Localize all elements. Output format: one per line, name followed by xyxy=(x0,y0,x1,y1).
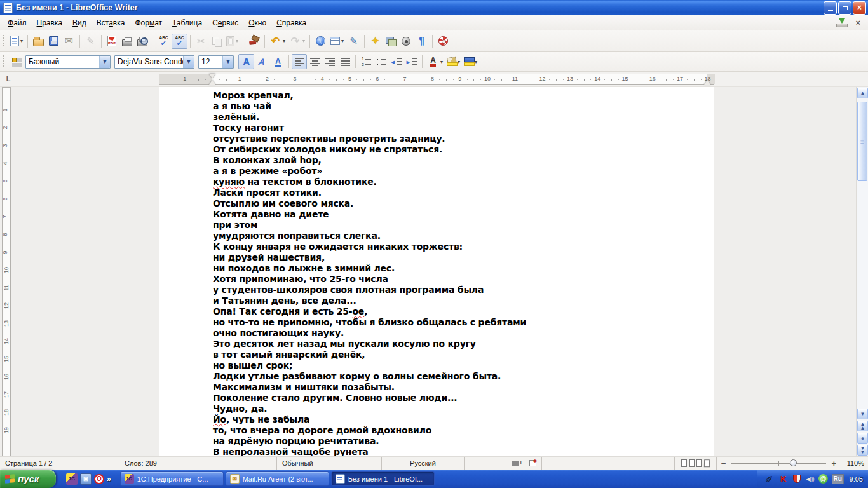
chevron-down-icon[interactable]: ▾ xyxy=(341,38,344,44)
taskbar-button[interactable]: 1С1С:Предприятие - С... xyxy=(120,471,224,486)
word-count-field[interactable]: Слов: 289 xyxy=(119,457,277,470)
chevron-down-icon[interactable]: ▼ xyxy=(222,56,233,68)
multi-page-view-button[interactable] xyxy=(689,459,695,467)
chevron-down-icon[interactable]: ▾ xyxy=(302,38,305,44)
chevron-down-icon[interactable]: ▾ xyxy=(236,38,238,44)
menu-Вид[interactable]: Вид xyxy=(67,17,92,29)
1c-enterprise-icon[interactable]: 1С xyxy=(66,473,78,485)
kaspersky-icon[interactable]: K xyxy=(778,474,789,484)
insert-table-button[interactable]: ▾ xyxy=(328,34,346,49)
open-button[interactable] xyxy=(31,34,46,49)
hyperlink-button[interactable] xyxy=(313,34,328,49)
taskbar-button[interactable]: Без имени 1 - LibreOf... xyxy=(331,471,435,486)
font-color-button[interactable]: ▾ xyxy=(425,54,445,69)
close-document-icon[interactable]: × xyxy=(855,18,860,27)
chevron-down-icon[interactable]: ▼ xyxy=(99,56,110,68)
styles-and-formatting-button[interactable] xyxy=(8,54,24,69)
quick-launch-overflow-button[interactable]: » xyxy=(107,475,111,484)
navigation-button[interactable]: ● xyxy=(857,433,868,444)
zoom-in-button[interactable]: + xyxy=(831,459,836,468)
zoom-level-value[interactable]: 110% xyxy=(840,459,868,467)
horizontal-ruler[interactable]: 1123456789101112131415161718 xyxy=(159,74,714,85)
export-pdf-button[interactable] xyxy=(104,34,119,49)
taskbar-button[interactable]: ✉Mail.Ru Агент (2 вкл... xyxy=(226,471,329,486)
antivirus-shield-icon[interactable] xyxy=(792,474,802,484)
menu-Вставка[interactable]: Вставка xyxy=(92,17,130,29)
zoom-slider[interactable] xyxy=(731,463,826,464)
zoom-out-button[interactable]: − xyxy=(721,459,726,468)
scroll-down-button[interactable]: ▼ xyxy=(857,409,868,419)
undo-button[interactable]: ▾ xyxy=(268,34,287,49)
page-style-field[interactable]: Обычный xyxy=(277,457,382,470)
numbered-list-button[interactable] xyxy=(358,54,374,69)
pen-tablet-icon[interactable]: ✎ xyxy=(765,474,775,484)
scrollbar-thumb[interactable] xyxy=(857,102,867,181)
restore-button[interactable] xyxy=(838,1,851,15)
paragraph-style-combo[interactable]: Базовый ▼ xyxy=(25,55,111,69)
menu-Окно[interactable]: Окно xyxy=(243,17,271,29)
highlighting-button[interactable]: ▾ xyxy=(445,54,462,69)
chevron-down-icon[interactable]: ▾ xyxy=(475,59,477,65)
menu-Сервис[interactable]: Сервис xyxy=(207,17,243,29)
toolbar-drag-handle[interactable] xyxy=(3,35,6,48)
scrollbar-track[interactable] xyxy=(857,99,867,408)
bold-button[interactable] xyxy=(238,54,254,69)
indent-marker[interactable] xyxy=(704,80,710,85)
help-button[interactable] xyxy=(435,34,451,49)
gallery-button[interactable] xyxy=(383,34,398,49)
formatting-marks-button[interactable] xyxy=(414,34,430,49)
new-document-button[interactable]: ▾ xyxy=(8,34,25,49)
load-url-icon[interactable] xyxy=(836,18,846,27)
show-desktop-icon[interactable]: ▣ xyxy=(80,473,92,485)
minimize-button[interactable] xyxy=(824,1,837,15)
page-preview-button[interactable] xyxy=(135,34,150,49)
auto-spellcheck-button[interactable] xyxy=(172,34,187,49)
increase-indent-button[interactable] xyxy=(404,54,419,69)
menu-Формат[interactable]: Формат xyxy=(130,17,167,29)
chevron-down-icon[interactable]: ▾ xyxy=(440,59,443,65)
spelling-button[interactable] xyxy=(156,34,172,49)
email-button[interactable] xyxy=(61,34,77,49)
scroll-up-button[interactable]: ▲ xyxy=(857,88,868,98)
language-field[interactable]: Русский xyxy=(382,457,465,470)
align-right-button[interactable] xyxy=(322,54,337,69)
chevron-down-icon[interactable]: ▾ xyxy=(20,38,23,44)
chevron-down-icon[interactable]: ▼ xyxy=(183,56,194,68)
book-view-button[interactable] xyxy=(704,459,710,467)
draw-functions-button[interactable] xyxy=(346,34,362,49)
mailru-agent-icon[interactable]: @ xyxy=(818,474,829,484)
font-size-combo[interactable]: 12 ▼ xyxy=(198,55,234,69)
data-sources-button[interactable] xyxy=(398,34,414,49)
vertical-ruler[interactable]: 12345678910111213141516171819 xyxy=(2,87,11,456)
menu-Файл[interactable]: Файл xyxy=(3,17,32,29)
clock[interactable]: 9:05 xyxy=(850,475,863,483)
previous-page-button[interactable]: ▲▲ xyxy=(857,421,868,431)
zoom-slider-thumb[interactable] xyxy=(790,459,797,466)
background-color-button[interactable]: ▾ xyxy=(462,54,479,69)
indent-marker[interactable] xyxy=(209,80,215,85)
vertical-scrollbar[interactable]: ▲ ▼ ▲▲ ● ▼▼ xyxy=(856,87,868,456)
justify-button[interactable] xyxy=(337,54,353,69)
italic-button[interactable] xyxy=(254,54,270,69)
document-page[interactable]: Мороз крепчал,а я пью чайзелёный.Тоску н… xyxy=(159,87,714,456)
menu-Правка[interactable]: Правка xyxy=(32,17,68,29)
volume-icon[interactable]: ◀))) xyxy=(805,474,815,484)
close-button[interactable]: × xyxy=(853,1,866,15)
chevron-down-icon[interactable]: ▾ xyxy=(458,59,460,65)
menu-Таблица[interactable]: Таблица xyxy=(167,17,207,29)
align-center-button[interactable] xyxy=(307,54,322,69)
toolbar-drag-handle[interactable] xyxy=(3,55,6,68)
insert-mode-field[interactable] xyxy=(506,457,524,470)
page-number-field[interactable]: Страница 1 / 2 xyxy=(0,457,119,470)
indent-marker[interactable] xyxy=(209,74,215,78)
format-paintbrush-button[interactable] xyxy=(246,34,262,49)
chevron-down-icon[interactable]: ▾ xyxy=(283,38,285,44)
underline-button[interactable] xyxy=(270,54,286,69)
opera-icon[interactable]: O xyxy=(94,474,104,484)
start-button[interactable]: пуск xyxy=(0,470,56,488)
next-page-button[interactable]: ▼▼ xyxy=(857,445,868,456)
font-name-combo[interactable]: DejaVu Sans Conder ▼ xyxy=(114,55,194,69)
tab-stop-selector[interactable]: L xyxy=(4,74,13,83)
bullet-list-button[interactable] xyxy=(374,54,389,69)
single-page-view-button[interactable] xyxy=(681,459,687,467)
